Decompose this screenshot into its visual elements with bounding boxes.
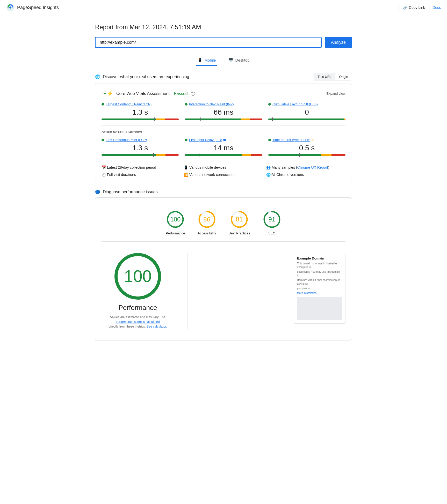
diagnose-card: 100 Performance 86 Accessibility 81 Best… — [95, 197, 352, 340]
progress-green — [102, 118, 156, 120]
score-number: 86 — [203, 216, 210, 223]
progress-orange — [156, 118, 165, 120]
crux-section-title: Discover what your real users are experi… — [103, 75, 189, 79]
info-item-2: 📱 Various mobile devices — [184, 165, 263, 169]
progress-marker — [200, 117, 201, 121]
crux-title: 🌐 Discover what your real users are expe… — [95, 74, 189, 79]
network-icon: 📶 — [184, 173, 188, 177]
assessment-status: Passed — [174, 91, 188, 96]
calendar-icon: 📅 — [102, 165, 106, 169]
screenshot-text-1: This domain is for use in illustrative e… — [297, 262, 342, 269]
metric-dot — [185, 139, 188, 141]
metric-value: 1.3 s — [102, 108, 179, 116]
score-item[interactable]: 81 Best Practices — [229, 210, 250, 235]
metric-name[interactable]: First Contentful Paint (FCP) — [106, 138, 147, 142]
info-text-1: Latest 28-day collection period — [107, 165, 156, 169]
score-item[interactable]: 86 Accessibility — [198, 210, 216, 235]
metric-value: 14 ms — [185, 144, 262, 152]
screenshot-text-3: literature without prior coordination or… — [297, 278, 342, 286]
metric-name[interactable]: First Input Delay (FID) — [189, 138, 222, 142]
scores-row: 100 Performance 86 Accessibility 81 Best… — [102, 204, 345, 242]
progress-marker — [272, 117, 273, 121]
performance-score-link[interactable]: performance score is calculated — [116, 320, 160, 324]
tab-desktop-label: Desktop — [235, 58, 250, 62]
progress-marker — [153, 153, 154, 157]
metric-item: Largest Contentful Paint (LCP) 1.3 s — [102, 102, 179, 120]
origin-button[interactable]: Origin — [335, 73, 352, 80]
link-icon: 🔗 — [403, 5, 407, 10]
metric-item: Interaction to Next Paint (INP) 66 ms — [185, 102, 262, 120]
info-item-4: ⏱️ Full visit durations — [102, 173, 181, 177]
info-text-4: Full visit durations — [107, 173, 136, 177]
progress-red — [165, 154, 179, 156]
this-url-button[interactable]: This URL — [314, 73, 335, 80]
copy-link-button[interactable]: 🔗 Copy Link — [399, 3, 429, 12]
desktop-icon: 🖥️ — [228, 58, 233, 62]
screenshot-text-5: More information... — [297, 291, 342, 295]
screenshot-area: Example Domain This domain is for use in… — [201, 253, 345, 329]
crux-card: 〜⚡ Core Web Vitals Assessment: Passed ? … — [95, 84, 352, 183]
header: PageSpeed Insights 🔗 Copy Link Docs — [0, 0, 447, 15]
progress-red — [345, 118, 345, 120]
docs-link[interactable]: Docs — [432, 5, 441, 10]
score-item[interactable]: 91 SEO — [263, 210, 281, 235]
other-metrics-grid: First Contentful Paint (FCP) 1.3 s First… — [102, 138, 345, 156]
crux-section-header: 🌐 Discover what your real users are expe… — [95, 73, 352, 80]
metric-item: First Input Delay (FID) 14 ms — [185, 138, 262, 156]
main-metrics-grid: Largest Contentful Paint (LCP) 1.3 s Int… — [102, 102, 345, 120]
metric-dot — [102, 103, 104, 106]
tab-mobile[interactable]: 📱 Mobile — [196, 55, 217, 66]
calculator-link-label: See calculator. — [147, 325, 167, 328]
progress-orange — [242, 154, 251, 156]
metrics-divider — [102, 125, 345, 125]
score-label: Performance — [166, 231, 185, 235]
metric-name[interactable]: Cumulative Layout Shift (CLS) — [272, 102, 318, 106]
score-circle: 91 — [263, 210, 281, 229]
big-score-desc: Values are estimated and may vary. The p… — [102, 315, 174, 329]
progress-red — [250, 118, 262, 120]
info-text-3: Many samples (Chrome UX Report) — [272, 165, 329, 169]
metric-dot — [185, 103, 188, 106]
info-text-5: Various network connections — [189, 173, 235, 177]
progress-green — [102, 154, 156, 156]
info-row: 📅 Latest 28-day collection period 📱 Vari… — [102, 161, 345, 177]
metric-name[interactable]: Interaction to Next Paint (INP) — [189, 102, 234, 106]
warning-badge: ⚠ — [311, 138, 314, 142]
tab-desktop[interactable]: 🖥️ Desktop — [227, 55, 251, 66]
score-circle: 100 — [166, 210, 185, 229]
score-number: 91 — [268, 216, 275, 223]
metric-name[interactable]: Largest Contentful Paint (LCP) — [106, 102, 152, 106]
metric-bar — [268, 118, 345, 120]
score-item[interactable]: 100 Performance — [166, 210, 185, 235]
progress-green — [185, 154, 242, 156]
cwv-info-icon[interactable]: ? — [191, 92, 195, 96]
mobile-devices-icon: 📱 — [184, 165, 188, 169]
metric-dot — [268, 103, 271, 106]
chrome-ux-link[interactable]: Chrome UX Report — [297, 165, 328, 169]
expand-view-button[interactable]: Expand view — [326, 92, 345, 95]
diagnose-header: 🔵 Diagnose performance issues — [95, 189, 352, 194]
metric-value: 1.3 s — [102, 144, 179, 152]
screenshot-text-4: permission. — [297, 287, 342, 290]
big-score-value: 100 — [124, 267, 152, 286]
score-circle: 81 — [230, 210, 249, 229]
info-item-1: 📅 Latest 28-day collection period — [102, 165, 181, 169]
report-title: Report from Mar 12, 2024, 7:51:19 AM — [95, 24, 352, 31]
screenshot-title: Example Domain — [297, 256, 342, 260]
pulse-icon: 〜⚡ — [102, 90, 113, 97]
diagnose-section: 🔵 Diagnose performance issues 100 Perfor… — [95, 189, 352, 340]
other-metrics-label: OTHER NOTABLE METRICS — [102, 131, 345, 134]
main-content: Report from Mar 12, 2024, 7:51:19 AM Ana… — [89, 15, 358, 355]
svg-point-1 — [9, 6, 11, 9]
progress-marker — [154, 117, 155, 121]
progress-green — [268, 154, 321, 156]
metric-name[interactable]: Time to First Byte (TTFB) — [272, 138, 310, 142]
progress-red — [331, 154, 345, 156]
cwv-title: 〜⚡ Core Web Vitals Assessment: Passed ? — [102, 90, 195, 97]
metric-value: 0 — [268, 108, 345, 116]
url-input[interactable] — [95, 37, 322, 48]
analyze-button[interactable]: Analyze — [325, 37, 352, 48]
copy-link-label: Copy Link — [409, 5, 425, 10]
info-badge — [223, 139, 226, 141]
calculator-link[interactable]: See calculator. — [147, 325, 167, 328]
